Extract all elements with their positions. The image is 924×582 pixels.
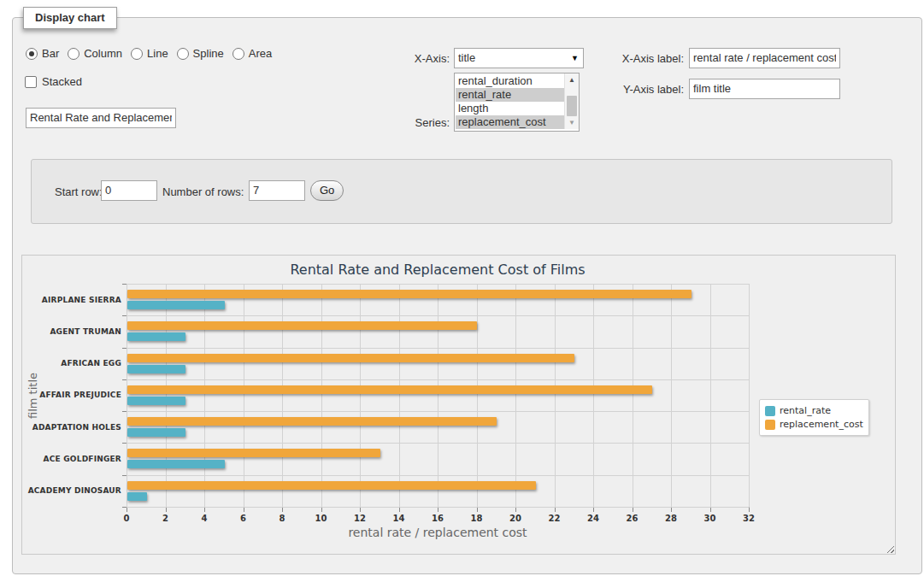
- x-tick-label: 32: [732, 514, 766, 523]
- stacked-checkbox[interactable]: [25, 76, 37, 88]
- x-tick-mark: [710, 508, 711, 512]
- page: Display chart BarColumnLineSplineArea St…: [0, 0, 924, 582]
- chart-bar-rental_rate[interactable]: [127, 460, 225, 468]
- x-tick-label: 26: [615, 514, 650, 523]
- chart-bar-rental_rate[interactable]: [127, 332, 185, 341]
- x-tick-label: 28: [654, 514, 688, 523]
- y-axis-label-input[interactable]: [689, 79, 840, 99]
- scroll-down-icon[interactable]: ▼: [565, 116, 579, 129]
- y-tick-mark: [122, 475, 127, 476]
- series-option-replacement_cost[interactable]: replacement_cost: [456, 115, 564, 129]
- x-tick-mark: [555, 508, 556, 512]
- chart-bar-replacement_cost[interactable]: [127, 385, 652, 394]
- chart-container: Rental Rate and Replacement Cost of Film…: [21, 255, 896, 555]
- stacked-label: Stacked: [42, 75, 82, 88]
- scroll-up-icon[interactable]: ▲: [565, 73, 579, 86]
- series-scrollbar[interactable]: ▲ ▼: [564, 73, 579, 129]
- x-tick-label: 6: [227, 514, 261, 523]
- gridline: [127, 284, 127, 507]
- gridline: [321, 284, 322, 507]
- category-label: ACADEMY DINOSAUR: [22, 475, 121, 507]
- start-row-label: Start row:: [55, 185, 103, 198]
- x-tick-mark: [438, 508, 438, 512]
- legend-label: replacement_cost: [780, 419, 863, 430]
- chart-bar-replacement_cost[interactable]: [127, 354, 574, 362]
- dropdown-arrow-icon: ▼: [571, 49, 579, 68]
- x-tick-label: 20: [498, 514, 533, 523]
- category-label: AFRICAN EGG: [22, 348, 121, 379]
- x-tick-mark: [282, 508, 283, 512]
- x-tick-label: 30: [693, 514, 727, 523]
- resize-handle-icon[interactable]: [885, 544, 894, 553]
- number-of-rows-label: Number of rows:: [162, 185, 244, 198]
- x-tick-mark: [127, 508, 127, 512]
- chart-legend: rental_ratereplacement_cost: [759, 399, 869, 436]
- radio-icon[interactable]: [68, 48, 79, 60]
- chart-bar-rental_rate[interactable]: [127, 428, 185, 437]
- radio-icon[interactable]: [26, 48, 38, 60]
- gridline: [127, 315, 749, 316]
- chart-bar-rental_rate[interactable]: [127, 301, 225, 309]
- gridline: [515, 284, 516, 507]
- legend-swatch: [765, 406, 775, 416]
- x-tick-label: 10: [304, 514, 338, 523]
- chart-title-input[interactable]: [26, 108, 176, 128]
- x-tick-mark: [671, 508, 672, 512]
- x-axis-select-label: X-Axis:: [368, 52, 450, 65]
- gridline: [127, 507, 749, 508]
- x-tick-mark: [515, 508, 516, 512]
- radio-label: Bar: [42, 47, 59, 60]
- x-axis-label-label: X-Axis label:: [598, 52, 684, 65]
- chart-title: Rental Rate and Replacement Cost of Film…: [127, 262, 749, 278]
- x-tick-label: 2: [149, 514, 183, 523]
- radio-icon[interactable]: [232, 48, 244, 60]
- x-tick-mark: [166, 508, 167, 512]
- x-tick-label: 24: [576, 514, 610, 523]
- chart-bar-replacement_cost[interactable]: [127, 290, 692, 298]
- series-option-rental_duration[interactable]: rental_duration: [456, 74, 564, 88]
- gridline: [749, 284, 750, 507]
- series-option-rental_rate[interactable]: rental_rate: [456, 88, 564, 102]
- x-tick-mark: [399, 508, 400, 512]
- x-axis-select[interactable]: title ▼: [454, 48, 584, 68]
- chart-type-radio-bar[interactable]: Bar: [26, 47, 59, 60]
- chart-bar-rental_rate[interactable]: [127, 492, 147, 501]
- stacked-checkbox-row[interactable]: Stacked: [25, 75, 82, 88]
- chart-bar-replacement_cost[interactable]: [127, 449, 380, 457]
- go-button[interactable]: Go: [310, 180, 344, 201]
- chart-type-radio-line[interactable]: Line: [131, 47, 168, 60]
- category-label: AIRPLANE SIERRA: [22, 284, 121, 315]
- start-row-input[interactable]: [101, 180, 157, 201]
- gridline: [633, 284, 633, 507]
- radio-icon[interactable]: [131, 48, 143, 60]
- gridline: [399, 284, 400, 507]
- number-of-rows-input[interactable]: [249, 180, 305, 201]
- fieldset-legend: Display chart: [23, 7, 117, 29]
- chart-type-radio-spline[interactable]: Spline: [177, 47, 224, 60]
- gridline: [438, 284, 438, 507]
- chart-bar-replacement_cost[interactable]: [127, 417, 497, 426]
- x-tick-label: 8: [265, 514, 299, 523]
- legend-item-replacement_cost[interactable]: replacement_cost: [765, 418, 863, 431]
- chart-bar-replacement_cost[interactable]: [127, 481, 536, 490]
- chart-bar-replacement_cost[interactable]: [127, 321, 477, 330]
- gridline: [477, 284, 478, 507]
- series-option-length[interactable]: length: [456, 102, 564, 115]
- radio-icon[interactable]: [177, 48, 189, 60]
- chart-type-radio-group: BarColumnLineSplineArea: [26, 47, 280, 60]
- x-axis-label-input[interactable]: [689, 48, 840, 68]
- category-label: AGENT TRUMAN: [22, 315, 121, 347]
- chart-type-radio-column[interactable]: Column: [68, 47, 122, 60]
- gridline: [555, 284, 556, 507]
- series-listbox[interactable]: rental_durationrental_ratelengthreplacem…: [454, 73, 580, 132]
- legend-swatch: [765, 420, 775, 430]
- chart-bar-rental_rate[interactable]: [127, 397, 185, 405]
- chart-type-radio-area[interactable]: Area: [232, 47, 272, 60]
- category-label: ADAPTATION HOLES: [22, 411, 121, 443]
- x-axis-title: rental rate / replacement cost: [127, 526, 749, 539]
- gridline: [671, 284, 672, 507]
- scrollbar-thumb[interactable]: [567, 96, 577, 116]
- x-tick-label: 0: [109, 514, 144, 523]
- chart-bar-rental_rate[interactable]: [127, 365, 185, 373]
- legend-item-rental_rate[interactable]: rental_rate: [765, 404, 863, 417]
